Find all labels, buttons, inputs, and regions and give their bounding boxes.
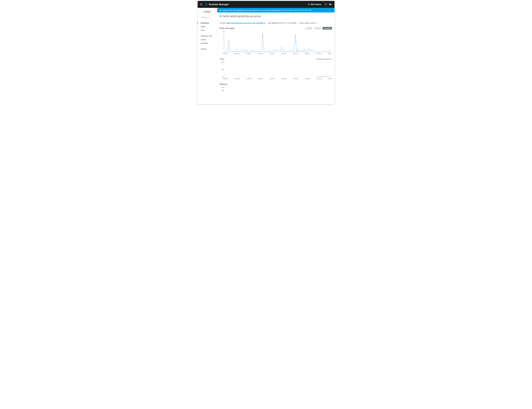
svg-text:16:40:00: 16:40:00 (258, 78, 263, 80)
range-tab[interactable]: Last week (322, 27, 332, 29)
svg-text:6: 6 (224, 43, 224, 45)
product-title: Runtime Manager (209, 3, 229, 6)
chart-title: Memory (220, 83, 227, 85)
brand-icon (205, 3, 207, 6)
chart-mule-messages: Mule messages Last hourLast 24hsLast wee… (220, 27, 332, 55)
svg-text:12: 12 (223, 36, 224, 37)
svg-text:22:40:21: 22:40:21 (246, 53, 251, 54)
svg-text:22:40:21: 22:40:21 (293, 53, 298, 54)
chart-cpu: CPU Worker 54.183.55.79 0%50%100%10:40:0… (220, 58, 332, 80)
legend-dot-icon (317, 59, 318, 60)
last-updated-value: 2020-01-17 10:21:00AM (278, 22, 296, 24)
svg-text:04:40:21: 04:40:21 (234, 53, 240, 54)
banner-tail: You can always switch back to this view (282, 9, 311, 11)
svg-text:10:40:21: 10:40:21 (316, 53, 322, 54)
sidebar: SANDBOX ← Applications DashboardInsightL… (198, 8, 217, 104)
chart-title: CPU (220, 58, 224, 60)
page-title-row: hello-world-greeting-us-proxy (220, 14, 332, 18)
org-icon (308, 3, 310, 5)
chart-title: Mule messages (220, 27, 235, 29)
svg-text:50%: 50% (222, 69, 224, 70)
menu-icon[interactable] (200, 4, 203, 5)
banner-link[interactable]: Switch to the new dashboard to use the w… (223, 9, 281, 11)
svg-text:100%: 100% (221, 61, 224, 63)
legend-label: Worker 54.183.55.79 (318, 58, 332, 60)
sidebar-item-dashboard[interactable]: Dashboard (198, 21, 217, 25)
svg-text:0%: 0% (223, 76, 224, 78)
svg-rect-3 (308, 4, 309, 5)
svg-text:14: 14 (223, 33, 224, 35)
svg-text:16: 16 (223, 31, 224, 32)
svg-text:04:40:21: 04:40:21 (328, 53, 332, 54)
svg-text:100%: 100% (221, 86, 224, 88)
svg-text:04:40:00: 04:40:00 (234, 78, 240, 80)
org-switcher[interactable]: MyCompany (308, 3, 321, 5)
svg-text:10:40:21: 10:40:21 (270, 53, 275, 54)
svg-text:04:40:21: 04:40:21 (281, 53, 287, 54)
svg-text:10:40:00: 10:40:00 (223, 78, 228, 80)
topbar: Runtime Manager MyCompany ? MB (198, 1, 335, 8)
domain-label: Domain: (220, 22, 226, 24)
svg-text:8: 8 (224, 41, 224, 42)
user-avatar[interactable]: MB (329, 3, 332, 6)
help-button[interactable]: ? (324, 3, 327, 6)
svg-point-1 (206, 4, 206, 4)
sidebar-item-insight[interactable]: Insight (198, 25, 217, 28)
chart-memory: Memory 50%100% (220, 83, 332, 97)
svg-text:0: 0 (224, 51, 224, 53)
chart-canvas: 0%50%100%10:40:0004:40:0022:40:0016:40:0… (220, 61, 332, 80)
svg-text:2: 2 (224, 48, 224, 50)
time-range-tabs: Last hourLast 24hsLast week (304, 27, 332, 30)
bell-icon[interactable] (330, 15, 332, 18)
svg-text:04:40:00: 04:40:00 (281, 78, 287, 80)
sidebar-item-queues[interactable]: Queues (198, 38, 217, 41)
chart-canvas: 50%100% (220, 86, 332, 97)
app-meta: Domain: hello-world-greeting-us-proxy.us… (220, 22, 332, 24)
svg-text:4: 4 (224, 46, 224, 47)
status-dot-icon (220, 16, 221, 17)
svg-text:22:40:00: 22:40:00 (293, 78, 298, 80)
content: Switch to the new dashboard to use the w… (217, 8, 335, 104)
bar-chart-icon (220, 9, 221, 11)
workers-text: 1 micro worker, using (299, 22, 315, 24)
svg-text:16:40:00: 16:40:00 (305, 78, 310, 80)
page-title: hello-world-greeting-us-proxy (223, 14, 261, 18)
runtime-version: 4.2.2 (315, 22, 319, 24)
svg-text:10:40:00: 10:40:00 (316, 78, 322, 80)
range-tab[interactable]: Last 24hs (313, 27, 322, 29)
chart-legend: Worker 54.183.55.79 (317, 58, 332, 60)
svg-text:10:40:00: 10:40:00 (270, 78, 275, 80)
range-tab[interactable]: Last hour (305, 27, 313, 29)
svg-text:50%: 50% (222, 90, 224, 92)
app-frame: Runtime Manager MyCompany ? MB SANDBOX ←… (198, 1, 335, 104)
sidebar-item-settings[interactable]: Settings (198, 47, 217, 51)
org-name: MyCompany (311, 3, 321, 5)
sidebar-item-app-data[interactable]: Application Data (198, 34, 217, 38)
svg-text:16:40:21: 16:40:21 (258, 53, 263, 54)
svg-text:16:40:21: 16:40:21 (305, 53, 310, 54)
svg-text:22:40:00: 22:40:00 (246, 78, 251, 80)
arrow-left-icon: ← (199, 17, 201, 18)
chart-canvas: 024681012141610:40:2104:40:2122:40:2116:… (220, 30, 332, 55)
new-dashboard-banner: Switch to the new dashboard to use the w… (217, 8, 335, 12)
domain-link[interactable]: hello-world-greeting-us-proxy.us-w1.clou… (226, 22, 265, 24)
last-updated-label: Last Updated (268, 22, 278, 24)
back-label: Applications (201, 17, 210, 18)
question-icon: ? (325, 3, 326, 5)
sidebar-item-schedules[interactable]: Schedules (198, 41, 217, 45)
back-to-applications[interactable]: ← Applications (198, 16, 217, 19)
svg-text:04:40:00: 04:40:00 (328, 78, 332, 80)
environment-selector[interactable]: SANDBOX (199, 10, 216, 14)
svg-text:10: 10 (223, 38, 224, 40)
svg-text:10:40:21: 10:40:21 (223, 53, 228, 54)
sidebar-item-logs[interactable]: Logs (198, 28, 217, 32)
user-initials: MB (329, 3, 332, 5)
